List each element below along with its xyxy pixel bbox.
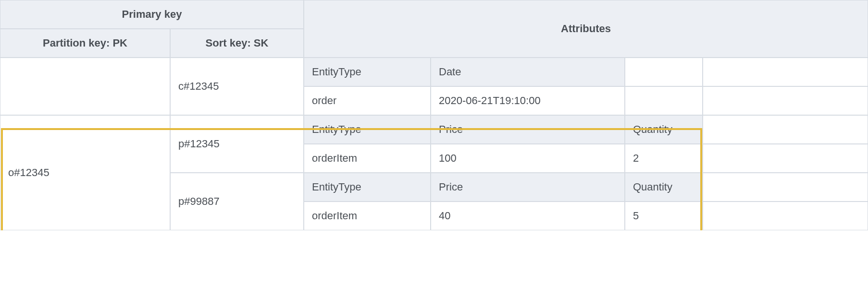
attr-tail-empty [703,86,868,115]
attr-tail-empty [703,202,868,230]
table-grid: Primary key Attributes Partition key: PK… [0,0,868,230]
attr-tail-empty [703,58,868,86]
attr-tail-empty [703,173,868,202]
attr-value: 40 [431,202,625,230]
table-sk-cell: p#12345 [170,115,304,173]
attr-tail-empty [703,115,868,144]
table-pk-cell [0,58,170,115]
attr-header: EntityType [304,173,431,202]
attr-value: order [304,86,431,115]
attr-value: orderItem [304,202,431,230]
attr-value: orderItem [304,144,431,173]
attr-header: Date [431,58,625,86]
attr-header: EntityType [304,115,431,144]
attr-value: 5 [625,202,703,230]
attr-value: 100 [431,144,625,173]
header-sort-key: Sort key: SK [170,29,304,58]
attr-header: Quantity [625,115,703,144]
header-partition-key: Partition key: PK [0,29,170,58]
attr-value: 2020-06-21T19:10:00 [431,86,625,115]
table-pk-cell: o#12345 [0,115,170,230]
attr-header: Quantity [625,173,703,202]
attr-value: 2 [625,144,703,173]
attr-header: Price [431,115,625,144]
table-sk-cell: p#99887 [170,173,304,230]
dynamodb-table: Primary key Attributes Partition key: PK… [0,0,868,230]
attr-value-empty [625,86,703,115]
table-sk-cell: c#12345 [170,58,304,115]
attr-tail-empty [703,144,868,173]
header-primary-key: Primary key [0,0,304,29]
attr-header: Price [431,173,625,202]
attr-header-empty [625,58,703,86]
attr-header: EntityType [304,58,431,86]
header-attributes: Attributes [304,0,868,58]
